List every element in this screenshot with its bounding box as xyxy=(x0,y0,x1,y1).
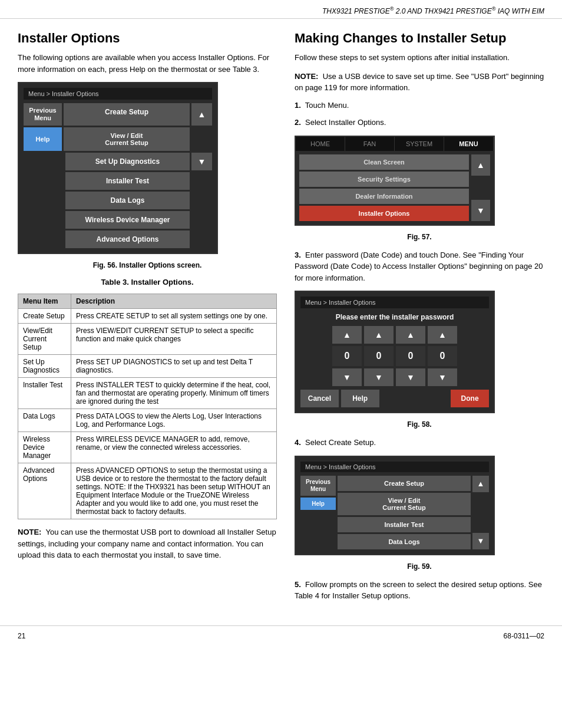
fig56-row-2: Help View / EditCurrent Setup xyxy=(24,127,212,151)
fig59-installer-test-btn[interactable]: Installer Test xyxy=(338,517,471,532)
fig56-help-btn[interactable]: Help xyxy=(24,127,62,151)
fig59-title: Menu > Installer Options xyxy=(300,462,489,472)
fig58-up-2[interactable]: ▲ xyxy=(364,326,394,344)
fig57-scroll-up[interactable]: ▲ xyxy=(471,154,490,176)
step4: 4. Select Create Setup. xyxy=(295,437,544,449)
fig58-spacer xyxy=(382,390,449,407)
left-column: Installer Options The following options … xyxy=(18,31,277,608)
fig58-val-4: 0 xyxy=(428,346,457,366)
fig58-val-1: 0 xyxy=(332,346,362,366)
table-cell-item: Advanced Options xyxy=(18,463,71,519)
step2: 2. Select Installer Options. xyxy=(295,117,544,129)
fig56-scroll-up[interactable]: ▲ xyxy=(191,103,212,126)
fig57-tab-home[interactable]: HOME xyxy=(296,137,345,151)
fig58-up-3[interactable]: ▲ xyxy=(396,326,425,344)
fig56-row-3: Set Up Diagnostics ▼ xyxy=(24,153,212,170)
fig56-row-5: Data Logs xyxy=(24,192,212,209)
fig56-caption: Fig. 56. Installer Options screen. xyxy=(18,261,277,269)
table-cell-desc: Press INSTALLER TEST to quickly determin… xyxy=(71,378,276,409)
fig59-scroll-up[interactable]: ▲ xyxy=(472,476,489,492)
fig56-screen: Menu > Installer Options PreviousMenu Cr… xyxy=(18,82,218,254)
table-header-desc: Description xyxy=(71,294,276,309)
fig56-diagnostics-btn[interactable]: Set Up Diagnostics xyxy=(65,153,190,170)
bottom-note: NOTE: You can use the thermostat USB por… xyxy=(18,526,277,561)
page-footer: 21 68-0311—02 xyxy=(0,625,562,646)
fig56-wireless-btn[interactable]: Wireless Device Manager xyxy=(65,211,190,229)
table-cell-desc: Press ADVANCED OPTIONS to setup the ther… xyxy=(71,463,276,519)
fig58-down-2[interactable]: ▼ xyxy=(364,368,394,386)
bottom-note-label: NOTE: xyxy=(18,528,41,536)
fig56-scroll-down[interactable]: ▼ xyxy=(191,153,212,170)
table-cell-desc: Press WIRELESS DEVICE MANAGER to add, re… xyxy=(71,432,276,463)
fig58-up-4[interactable]: ▲ xyxy=(428,326,457,344)
fig58-help-btn[interactable]: Help xyxy=(341,390,379,407)
table-row: Create SetupPress CREATE SETUP to set al… xyxy=(18,309,277,324)
fig57-tab-menu[interactable]: MENU xyxy=(444,137,494,151)
left-section-title: Installer Options xyxy=(18,31,277,46)
fig59-help-btn[interactable]: Help xyxy=(300,498,336,510)
right-note-label: NOTE: xyxy=(295,72,318,81)
fig57-clean-screen-btn[interactable]: Clean Screen xyxy=(299,154,469,170)
fig56-installer-test-btn[interactable]: Installer Test xyxy=(65,172,190,190)
table-cell-item: Set Up Diagnostics xyxy=(18,355,71,378)
table-row: View/Edit Current SetupPress VIEW/EDIT C… xyxy=(18,324,277,355)
fig59-create-setup-btn[interactable]: Create Setup xyxy=(338,476,471,491)
fig59-screen: Menu > Installer Options PreviousMenu He… xyxy=(295,456,495,555)
fig59-inner: PreviousMenu Help Create Setup View / Ed… xyxy=(300,476,489,549)
table-cell-item: View/Edit Current Setup xyxy=(18,324,71,355)
fig59-caption: Fig. 59. xyxy=(295,562,544,571)
fig57-security-btn[interactable]: Security Settings xyxy=(299,172,469,187)
step5: 5. Follow prompts on the screen to selec… xyxy=(295,579,544,602)
table-row: Installer TestPress INSTALLER TEST to qu… xyxy=(18,378,277,409)
table-row: Data LogsPress DATA LOGS to view the Ale… xyxy=(18,409,277,432)
table-row: Wireless Device ManagerPress WIRELESS DE… xyxy=(18,432,277,463)
fig58-caption: Fig. 58. xyxy=(295,420,544,429)
fig59-side-btns: PreviousMenu Help xyxy=(300,476,336,549)
table-cell-desc: Press DATA LOGS to view the Alerts Log, … xyxy=(71,409,276,432)
fig56-create-setup-btn[interactable]: Create Setup xyxy=(64,103,190,126)
fig57-topbar: HOME FAN SYSTEM MENU xyxy=(296,137,494,151)
fig59-prev-menu-btn[interactable]: PreviousMenu xyxy=(300,476,336,496)
fig58-digit-4: ▲ 0 ▼ xyxy=(428,326,457,386)
table-cell-item: Create Setup xyxy=(18,309,71,324)
left-intro: The following options are available when… xyxy=(18,52,277,75)
fig57-content: Clean Screen Security Settings Dealer In… xyxy=(296,151,494,225)
right-section-title: Making Changes to Installer Setup xyxy=(295,31,544,46)
fig56-prev-menu-btn[interactable]: PreviousMenu xyxy=(24,103,62,126)
bottom-note-text: NOTE: You can use the thermostat USB por… xyxy=(18,526,277,561)
fig59-data-logs-btn[interactable]: Data Logs xyxy=(338,534,471,549)
fig57-dealer-btn[interactable]: Dealer Information xyxy=(299,189,469,204)
fig58-val-3: 0 xyxy=(396,346,425,366)
fig58-down-3[interactable]: ▼ xyxy=(396,368,425,386)
step1: 1. Touch Menu. xyxy=(295,100,544,111)
fig57-scroll-down[interactable]: ▼ xyxy=(471,200,490,221)
table-row: Set Up DiagnosticsPress SET UP DIAGNOSTI… xyxy=(18,355,277,378)
fig58-title: Menu > Installer Options xyxy=(300,297,489,308)
fig59-view-edit-btn[interactable]: View / EditCurrent Setup xyxy=(338,493,471,515)
fig58-down-1[interactable]: ▼ xyxy=(332,368,362,386)
step3: 3. Enter password (Date Code) and touch … xyxy=(295,249,544,284)
fig58-done-btn[interactable]: Done xyxy=(451,390,489,407)
fig58-down-4[interactable]: ▼ xyxy=(428,368,457,386)
fig57-screen: HOME FAN SYSTEM MENU Clean Screen Securi… xyxy=(295,136,495,226)
fig59-scroll: ▲ ▼ xyxy=(472,476,489,549)
table-cell-item: Wireless Device Manager xyxy=(18,432,71,463)
fig58-up-1[interactable]: ▲ xyxy=(332,326,362,344)
doc-number: 68-0311—02 xyxy=(504,632,544,640)
fig57-installer-btn[interactable]: Installer Options xyxy=(299,206,469,221)
fig57-tab-fan[interactable]: FAN xyxy=(345,137,395,151)
fig57-tab-system[interactable]: SYSTEM xyxy=(395,137,444,151)
right-note: NOTE: Use a USB device to save set up ti… xyxy=(295,71,544,94)
fig58-digit-3: ▲ 0 ▼ xyxy=(396,326,425,386)
fig56-data-logs-btn[interactable]: Data Logs xyxy=(65,192,190,209)
fig56-title-bar: Menu > Installer Options xyxy=(24,88,212,100)
fig59-scroll-down[interactable]: ▼ xyxy=(472,533,489,549)
fig58-digit-1: ▲ 0 ▼ xyxy=(332,326,362,386)
fig56-row-1: PreviousMenu Create Setup ▲ xyxy=(24,103,212,126)
fig58-cancel-btn[interactable]: Cancel xyxy=(300,390,339,407)
fig57-caption: Fig. 57. xyxy=(295,233,544,241)
fig56-view-edit-btn[interactable]: View / EditCurrent Setup xyxy=(64,127,190,151)
fig58-footer: Cancel Help Done xyxy=(300,390,489,407)
fig56-advanced-btn[interactable]: Advanced Options xyxy=(65,230,190,248)
fig58-digit-2: ▲ 0 ▼ xyxy=(364,326,394,386)
